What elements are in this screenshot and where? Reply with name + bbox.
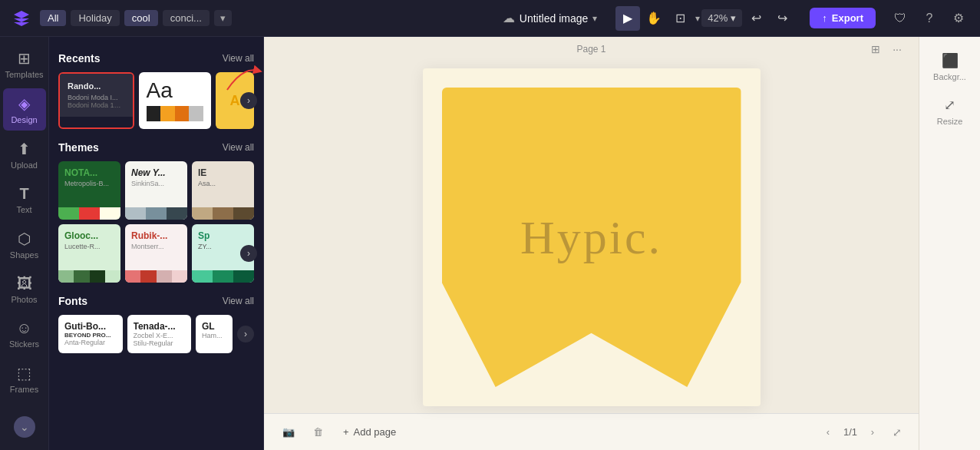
toolbar-icons: ▶ ✋ ⊡ ▾ 42% ▾ ↩ ↪ bbox=[615, 6, 794, 31]
tag-holiday[interactable]: Holiday bbox=[71, 10, 119, 26]
theme-glooc-title: Glooc... bbox=[64, 230, 114, 241]
themes-view-all[interactable]: View all bbox=[223, 142, 254, 153]
topbar: All Holiday cool conci... ▾ ☁ Untitled i… bbox=[0, 0, 980, 37]
recent-card-title: Rando... bbox=[68, 81, 125, 91]
add-page-icon: + bbox=[343, 426, 349, 438]
theme-nota-color1 bbox=[58, 207, 79, 220]
tag-list: All Holiday cool conci... ▾ bbox=[40, 10, 232, 26]
undo-btn[interactable]: ↩ bbox=[744, 6, 768, 31]
sidebar-item-text[interactable]: T Text bbox=[3, 179, 46, 220]
font-gl-sub1: Ham... bbox=[202, 332, 226, 339]
font-card-guti[interactable]: Guti-Bo... BEYOND PRO... Anta-Regular bbox=[58, 315, 123, 353]
page-label: Page 1 bbox=[576, 44, 605, 55]
theme-ie-sub: Asa... bbox=[198, 180, 248, 187]
sidebar-item-shapes[interactable]: ⬡ Shapes bbox=[3, 223, 46, 266]
right-panel-resize[interactable]: ⤢ Resize bbox=[922, 91, 978, 132]
fonts-section-header: Fonts View all bbox=[58, 295, 254, 307]
doc-title-area[interactable]: ☁ Untitled image ▾ bbox=[503, 11, 598, 25]
tag-more-btn[interactable]: ▾ bbox=[214, 10, 232, 26]
title-chevron-icon: ▾ bbox=[592, 13, 597, 24]
tag-all[interactable]: All bbox=[40, 10, 66, 26]
theme-ie-title: IE bbox=[198, 167, 248, 178]
tag-conci[interactable]: conci... bbox=[163, 10, 210, 26]
right-panel-background[interactable]: ⬛ Backgr... bbox=[922, 46, 978, 88]
canvas-grid-icon[interactable]: ⊞ bbox=[866, 40, 885, 58]
font-card-tenada[interactable]: Tenada-... Zocbel X-E... Stilu-Regular bbox=[127, 315, 192, 353]
sidebar-item-design[interactable]: ◈ Design bbox=[3, 88, 46, 131]
sidebar-item-frames[interactable]: ⬚ Frames bbox=[3, 358, 46, 400]
sidebar-item-templates[interactable]: ⊞ Templates bbox=[3, 43, 46, 85]
recent-card-rando[interactable]: Rando... Bodoni Moda I... Bodoni Moda 11… bbox=[58, 72, 134, 129]
fonts-view-all[interactable]: View all bbox=[223, 296, 254, 306]
font-card-gl[interactable]: GL Ham... bbox=[196, 315, 233, 353]
page-prev-btn[interactable]: ‹ bbox=[819, 423, 837, 442]
swatch-3 bbox=[175, 106, 190, 121]
zoom-control[interactable]: 42% ▾ bbox=[701, 9, 742, 27]
sidebar-item-photos[interactable]: 🖼 Photos bbox=[3, 269, 46, 310]
theme-newy-color2 bbox=[146, 207, 167, 220]
tag-cool[interactable]: cool bbox=[124, 10, 158, 26]
hand-tool-btn[interactable]: ✋ bbox=[642, 6, 666, 31]
themes-grid-row2: Glooc... Lucette-R... Rubik-... Montserr… bbox=[58, 224, 254, 283]
canvas-frame: Hypic. bbox=[423, 68, 761, 406]
canvas-area: Page 1 ⊞ ··· Hypic. 📷 🗑 + Add page bbox=[264, 37, 919, 450]
theme-card-nota[interactable]: NOTA... Metropolis-B... bbox=[58, 161, 120, 220]
zoom-chevron-icon: ▾ bbox=[731, 12, 736, 24]
canvas-topbar: Page 1 ⊞ ··· bbox=[264, 37, 919, 61]
shield-icon[interactable]: 🛡 bbox=[888, 6, 912, 31]
sidebar-item-upload[interactable]: ⬆ Upload bbox=[3, 134, 46, 176]
canvas-more-icon[interactable]: ··· bbox=[888, 40, 906, 58]
select-tool-btn[interactable]: ▶ bbox=[615, 6, 640, 31]
theme-newy-title: New Y... bbox=[131, 167, 181, 178]
theme-card-newy[interactable]: New Y... SinkinSa... bbox=[125, 161, 187, 220]
redo-btn[interactable]: ↪ bbox=[770, 6, 794, 31]
design-label: Design bbox=[11, 115, 37, 124]
theme-nota-color3 bbox=[100, 207, 120, 220]
recent-card-sub2: Bodoni Moda 11pt Rg bbox=[68, 101, 125, 109]
stickers-label: Stickers bbox=[9, 339, 39, 349]
canvas-photo-btn[interactable]: 📷 bbox=[276, 423, 301, 441]
fonts-next-btn[interactable]: › bbox=[237, 326, 254, 342]
font-gl-title: GL bbox=[202, 321, 226, 332]
templates-icon: ⊞ bbox=[18, 49, 31, 68]
themes-grid-row1: NOTA... Metropolis-B... New Y... SinkinS… bbox=[58, 161, 254, 220]
theme-sp-title: Sp bbox=[198, 230, 248, 241]
canvas-trash-btn[interactable]: 🗑 bbox=[307, 423, 329, 441]
fullscreen-btn[interactable]: ⤢ bbox=[888, 423, 906, 442]
canvas-bottom-bar: 📷 🗑 + Add page ‹ 1/1 › ⤢ bbox=[264, 413, 919, 450]
theme-rubik-sub: Montserr... bbox=[131, 243, 181, 250]
settings-icon[interactable]: ⚙ bbox=[946, 6, 971, 31]
photos-icon: 🖼 bbox=[17, 275, 32, 293]
font-color-swatches bbox=[147, 106, 204, 121]
theme-card-rubik[interactable]: Rubik-... Montserr... bbox=[125, 224, 187, 283]
fonts-title: Fonts bbox=[58, 295, 87, 307]
font-tenada-sub1: Zocbel X-E... bbox=[134, 332, 186, 339]
recent-font-preview-card[interactable]: Aa bbox=[139, 72, 212, 129]
recents-view-all[interactable]: View all bbox=[223, 53, 254, 64]
theme-rubik-color4 bbox=[172, 270, 187, 283]
logo[interactable] bbox=[9, 6, 34, 31]
page-num: 1/1 bbox=[843, 426, 857, 438]
help-icon[interactable]: ? bbox=[917, 6, 942, 31]
themes-next-btn[interactable]: › bbox=[240, 245, 257, 262]
font-guti-title: Guti-Bo... bbox=[64, 321, 117, 332]
theme-card-ie[interactable]: IE Asa... bbox=[192, 161, 254, 220]
user-avatar[interactable]: ⌄ bbox=[14, 416, 35, 438]
export-button[interactable]: ↑ Export bbox=[810, 8, 876, 28]
theme-card-glooc[interactable]: Glooc... Lucette-R... bbox=[58, 224, 120, 283]
theme-rubik-color3 bbox=[157, 270, 172, 283]
cloud-icon: ☁ bbox=[503, 11, 515, 25]
theme-ie-color2 bbox=[213, 207, 233, 220]
recents-next-btn[interactable]: › bbox=[240, 92, 257, 109]
theme-newy-sub: SinkinSa... bbox=[131, 180, 181, 187]
recents-grid: Rando... Bodoni Moda I... Bodoni Moda 11… bbox=[58, 72, 254, 129]
shapes-icon: ⬡ bbox=[18, 230, 31, 248]
swatch-2 bbox=[160, 106, 175, 121]
add-page-btn[interactable]: + Add page bbox=[335, 423, 404, 441]
page-next-btn[interactable]: › bbox=[863, 423, 882, 442]
add-page-label: Add page bbox=[354, 426, 397, 438]
resize-icon: ⤢ bbox=[944, 97, 955, 114]
layout-btn[interactable]: ⊡ bbox=[668, 6, 692, 31]
main-layout: ⊞ Templates ◈ Design ⬆ Upload T Text ⬡ S… bbox=[0, 37, 980, 450]
sidebar-item-stickers[interactable]: ☺ Stickers bbox=[3, 313, 46, 355]
